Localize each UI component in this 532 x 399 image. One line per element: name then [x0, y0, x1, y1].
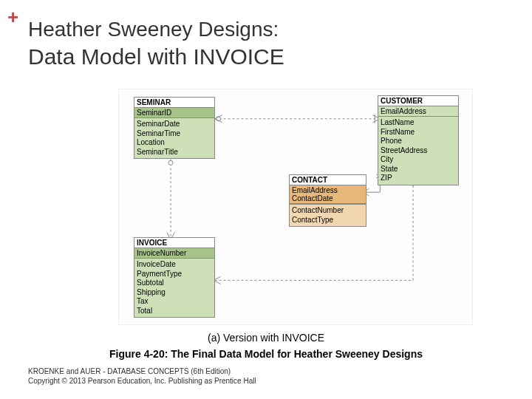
footer-line1: KROENKE and AUER - DATABASE CONCEPTS (6t… — [28, 366, 256, 376]
footer-line2: Copyright © 2013 Pearson Education, Inc.… — [28, 376, 256, 386]
attr: PaymentType — [137, 270, 212, 279]
entity-invoice: INVOICE InvoiceNumber InvoiceDate Paymen… — [134, 237, 215, 318]
plus-icon: + — [7, 6, 18, 29]
caption-line1: (a) Version with INVOICE — [208, 332, 324, 344]
figure-caption: (a) Version with INVOICE Figure 4-20: Th… — [0, 331, 532, 361]
attr: FirstName — [381, 128, 456, 137]
entity-attrs: ContactNumber ContactType — [290, 204, 366, 226]
svg-point-4 — [168, 160, 173, 165]
attr: Shipping — [137, 288, 212, 298]
attr: ZIP — [381, 174, 456, 183]
pk-attr: EmailAddress — [292, 186, 364, 194]
pk-attr: ContactDate — [292, 194, 364, 202]
entity-name: CONTACT — [290, 175, 366, 185]
entity-name: SEMINAR — [134, 98, 214, 108]
footer-credits: KROENKE and AUER - DATABASE CONCEPTS (6t… — [28, 366, 256, 386]
attr: SeminarTime — [137, 129, 212, 139]
entity-pk: EmailAddress — [378, 106, 458, 117]
attr: Location — [137, 138, 212, 148]
attr: ContactNumber — [292, 206, 364, 216]
slide-title: Heather Sweeney Designs: — [28, 18, 279, 41]
entity-pk: SeminarID — [134, 108, 214, 118]
entity-customer: CUSTOMER EmailAddress LastName FirstName… — [378, 95, 459, 185]
attr: Total — [137, 307, 212, 316]
attr: InvoiceDate — [137, 260, 212, 270]
attr: Phone — [381, 137, 456, 146]
attr: StreetAddress — [381, 146, 456, 156]
entity-name: INVOICE — [134, 238, 214, 248]
entity-attrs: LastName FirstName Phone StreetAddress C… — [378, 117, 458, 185]
entity-pk: EmailAddress ContactDate — [290, 185, 366, 204]
entity-name: CUSTOMER — [378, 96, 458, 106]
attr: City — [381, 155, 456, 165]
entity-pk: InvoiceNumber — [134, 248, 214, 259]
attr: SeminarDate — [137, 120, 212, 129]
er-diagram: SEMINAR SeminarID SeminarDate SeminarTim… — [118, 89, 473, 325]
entity-attrs: InvoiceDate PaymentType Subtotal Shippin… — [134, 259, 214, 317]
attr: Subtotal — [137, 279, 212, 288]
attr: Tax — [137, 297, 212, 307]
svg-point-1 — [216, 117, 221, 121]
attr: ContactType — [292, 216, 364, 225]
attr: SeminarTitle — [137, 148, 212, 157]
entity-attrs: SeminarDate SeminarTime Location Seminar… — [134, 118, 214, 158]
entity-contact: CONTACT EmailAddress ContactDate Contact… — [289, 174, 366, 227]
entity-seminar: SEMINAR SeminarID SeminarDate SeminarTim… — [134, 97, 215, 159]
slide-subtitle: Data Model with INVOICE — [28, 44, 284, 69]
attr: LastName — [381, 118, 456, 128]
attr: State — [381, 165, 456, 174]
caption-line2: Figure 4-20: The Final Data Model for He… — [0, 347, 532, 362]
